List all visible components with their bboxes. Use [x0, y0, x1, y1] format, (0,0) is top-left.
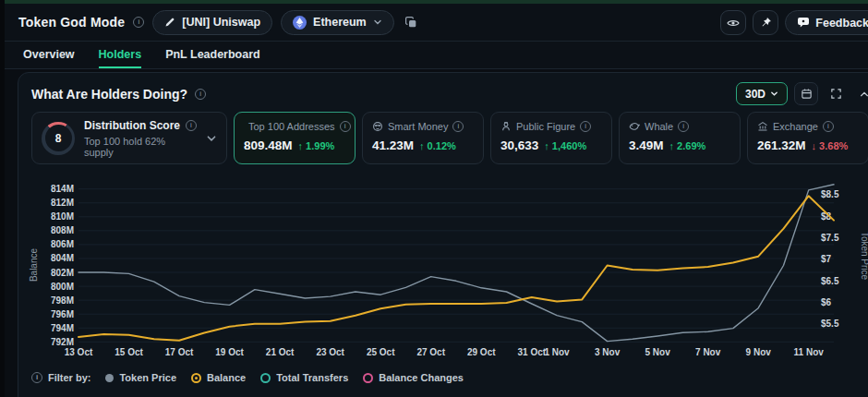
pencil-icon — [164, 17, 175, 28]
fullscreen-icon — [830, 88, 842, 100]
card-label: Exchange — [773, 121, 818, 132]
left-axis-tick: 802M — [51, 268, 74, 278]
filter-by-label: Filter by: — [48, 372, 90, 383]
legend-balance-changes[interactable]: Balance Changes — [363, 372, 464, 383]
right-axis-tick: $6.5 — [821, 276, 839, 286]
chevron-up-icon — [859, 89, 868, 100]
tab-holders[interactable]: Holders — [99, 42, 142, 68]
left-axis-tick: 792M — [51, 337, 74, 347]
page-title: Token God Mode — [18, 15, 125, 30]
chain-selector-label: Ethereum — [313, 16, 367, 29]
chevron-down-icon — [206, 133, 217, 144]
legend-balance[interactable]: Balance — [191, 372, 246, 383]
x-axis-tick: 3 Nov — [595, 347, 621, 357]
fullscreen-button[interactable] — [825, 82, 847, 105]
card-change: ↑ 0.12% — [419, 140, 456, 151]
date-range-label: 30D — [745, 88, 766, 101]
legend-token-price[interactable]: Token Price — [105, 372, 176, 383]
chain-selector-button[interactable]: Ethereum — [281, 10, 394, 35]
total-transfers-marker — [260, 373, 271, 383]
card-value: 3.49M — [629, 138, 664, 152]
exchange-card[interactable]: Exchange 261.32M ↓ 3.68% — [747, 112, 868, 164]
left-axis-tick: 794M — [51, 323, 74, 333]
calendar-icon — [801, 88, 813, 100]
x-axis-tick: 13 Oct — [65, 347, 93, 357]
info-icon[interactable] — [452, 121, 464, 132]
date-range-button[interactable]: 30D — [736, 82, 788, 105]
card-change: ↓ 3.68% — [812, 140, 849, 151]
right-axis-label: Token Price — [860, 232, 868, 281]
tab-pnl-leaderboard[interactable]: PnL Leaderboard — [165, 42, 260, 68]
panel-header: What Are Holders Doing? 30D — [31, 82, 868, 106]
info-icon[interactable] — [580, 121, 591, 132]
info-icon[interactable] — [31, 372, 42, 383]
info-icon[interactable] — [195, 89, 206, 100]
score-value: 8 — [55, 132, 62, 145]
x-axis-tick: 21 Oct — [266, 347, 295, 357]
token-selector-button[interactable]: [UNI] Uniswap — [152, 10, 272, 35]
chart-area: 814M812M810M808M806M804M802M800M798M796M… — [18, 174, 868, 373]
top-accent-strip — [0, 0, 868, 4]
x-axis-tick: 23 Oct — [316, 347, 344, 357]
copy-button[interactable] — [403, 14, 419, 30]
right-axis-tick: $7.5 — [821, 233, 839, 243]
card-value: 809.48M — [244, 138, 293, 152]
holders-chart[interactable]: 814M812M810M808M806M804M802M800M798M796M… — [18, 174, 868, 373]
calendar-button[interactable] — [794, 82, 818, 105]
card-label: Top 100 Addresses — [248, 121, 335, 132]
card-label: Whale — [645, 121, 673, 132]
left-axis-tick: 812M — [51, 198, 74, 208]
token-price-line — [78, 185, 834, 342]
chevron-down-icon — [373, 18, 382, 27]
info-icon[interactable] — [186, 120, 197, 131]
smart-money-card[interactable]: Smart Money 41.23M ↑ 0.12% — [362, 112, 484, 164]
card-value: 261.32M — [757, 138, 806, 152]
score-subtitle: Top 100 hold 62% supply — [84, 136, 197, 158]
left-axis-tick: 798M — [51, 295, 74, 306]
left-axis-tick: 814M — [51, 184, 74, 194]
feedback-button[interactable]: Feedback — [785, 10, 868, 35]
pin-button[interactable] — [753, 10, 778, 35]
holder-stat-cards: 8 Distribution Score Top 100 hold 62% su… — [31, 112, 868, 164]
card-change: ↑ 1.99% — [298, 140, 335, 151]
pin-icon — [760, 17, 772, 29]
x-axis-tick: 11 Nov — [794, 347, 825, 357]
left-axis-tick: 810M — [51, 211, 74, 222]
left-axis-tick: 804M — [51, 253, 74, 263]
card-label: Smart Money — [388, 121, 448, 132]
right-axis-tick: $6 — [821, 297, 832, 307]
public-figure-icon — [500, 121, 512, 132]
card-label: Public Figure — [516, 121, 575, 132]
card-label: Distribution Score — [84, 119, 180, 132]
distribution-score-card[interactable]: 8 Distribution Score Top 100 hold 62% su… — [31, 112, 227, 164]
public-figure-card[interactable]: Public Figure 30,633 ↑ 1,460% — [490, 112, 612, 164]
top-100-addresses-card[interactable]: Top 100 Addresses 809.48M ↑ 1.99% — [234, 112, 356, 164]
left-axis-tick: 806M — [51, 239, 74, 249]
right-axis-tick: $7 — [821, 254, 832, 264]
chart-legend: Filter by: Token Price Balance Total Tra… — [31, 372, 464, 383]
info-icon[interactable] — [678, 121, 689, 132]
legend-label: Token Price — [119, 372, 176, 383]
legend-label: Balance — [207, 372, 246, 383]
copy-icon — [404, 16, 417, 29]
chevron-down-icon — [770, 90, 778, 98]
card-change: ↑ 2.69% — [669, 140, 706, 151]
balance-marker — [191, 373, 201, 383]
legend-label: Total Transfers — [276, 372, 348, 383]
info-icon[interactable] — [133, 17, 144, 28]
watch-button[interactable] — [720, 10, 746, 35]
right-axis-tick: $5.5 — [821, 319, 839, 329]
x-axis-tick: 29 Oct — [467, 347, 496, 357]
ethereum-icon — [293, 16, 307, 30]
whale-card[interactable]: Whale 3.49M ↑ 2.69% — [619, 112, 741, 164]
x-axis-tick: 15 Oct — [115, 347, 143, 357]
tab-overview[interactable]: Overview — [23, 42, 75, 68]
collapse-button[interactable] — [853, 82, 868, 105]
legend-total-transfers[interactable]: Total Transfers — [260, 372, 348, 383]
x-axis-tick: 1 Nov — [544, 347, 570, 357]
info-icon[interactable] — [823, 121, 834, 132]
info-icon[interactable] — [340, 121, 351, 132]
left-axis-label: Balance — [29, 247, 39, 282]
left-axis-tick: 800M — [51, 282, 74, 292]
legend-label: Balance Changes — [379, 372, 464, 383]
